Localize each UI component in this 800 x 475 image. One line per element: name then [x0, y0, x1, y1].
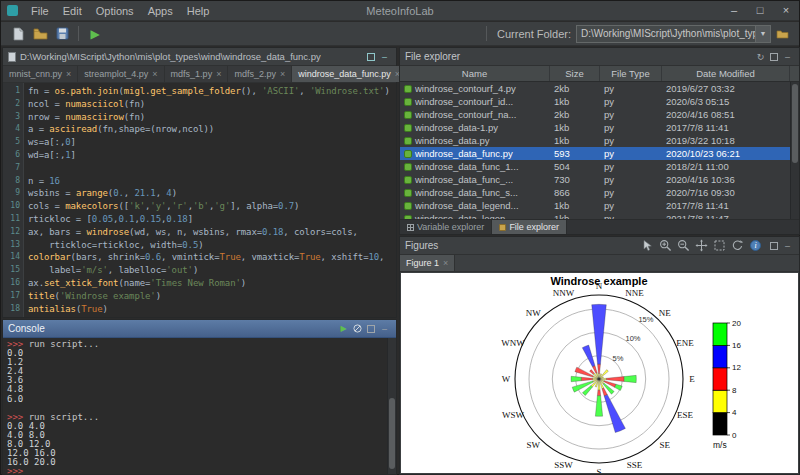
table-row[interactable]: windrose_data_legen...1kbpy2021/7/8 11:4… [400, 212, 790, 219]
bottom-tab-file-explorer[interactable]: File explorer [492, 220, 567, 234]
scrollbar-thumb[interactable] [389, 398, 395, 469]
tab-label: mdfs_2.py [234, 69, 276, 79]
menu-options[interactable]: Options [89, 3, 141, 19]
file-explorer-minimize-icon[interactable]: – [783, 52, 792, 62]
editor-float-icon[interactable] [367, 53, 375, 61]
column-header-file-type[interactable]: File Type [600, 66, 662, 81]
tab-label: windrose_data_func.py [298, 69, 391, 79]
file-type: py [600, 187, 662, 198]
maximize-button[interactable]: □ [747, 1, 773, 20]
editor-tab-windrose-data-func-py[interactable]: windrose_data_func.py× [292, 66, 407, 82]
console-clear-icon[interactable] [353, 324, 362, 334]
svg-text:i: i [754, 241, 756, 250]
menu-edit[interactable]: Edit [56, 3, 89, 19]
file-date: 2017/7/8 11:41 [662, 122, 790, 133]
console-output[interactable]: >>> run script...0.01.22.43.64.86.0 >>> … [3, 338, 387, 474]
table-row[interactable]: windrose_data.py1kbpy2019/3/22 10:18 [400, 134, 790, 147]
figure-canvas[interactable]: NNNENEENEEESESESSESSSWSWWSWWWNWNWNNW5%10… [401, 273, 798, 473]
menu-file[interactable]: File [24, 3, 56, 19]
line-number: 7 [3, 162, 20, 175]
figures-minimize-icon[interactable]: – [783, 241, 792, 251]
zoom-out-icon[interactable] [677, 239, 690, 252]
tab-label: mdfs_1.py [171, 69, 213, 79]
windrose-petal-segment [598, 373, 599, 377]
editor-tab-mdfs-1-py[interactable]: mdfs_1.py× [165, 66, 229, 82]
figure-tab[interactable]: Figure 1 × [400, 255, 455, 271]
code-line: ax, bars = windrose(wd, ws, n, wsbins, r… [28, 226, 396, 239]
python-file-icon [404, 137, 412, 145]
refresh-icon[interactable]: ↻ [756, 52, 765, 62]
windrose-petal-segment [592, 378, 597, 379]
bottom-tab-variable-explorer[interactable]: Variable explorer [400, 220, 492, 234]
menu-help[interactable]: Help [180, 3, 217, 19]
current-folder-combobox[interactable]: D:\Working\MIScript\Jython\mis\plot_type… [576, 25, 771, 43]
console-command: run script... [29, 339, 99, 349]
close-button[interactable]: × [773, 1, 799, 20]
console-minimize-icon[interactable]: – [380, 324, 389, 334]
table-row[interactable]: windrose_contourf_4.py2kbpy2019/6/27 03:… [400, 82, 790, 95]
pan-icon[interactable] [695, 239, 708, 252]
rotate-icon[interactable] [731, 239, 744, 252]
close-figure-icon[interactable]: × [443, 258, 448, 268]
info-icon[interactable]: i [749, 239, 762, 252]
table-row[interactable]: windrose_contourf_id...1kbpy2020/6/3 05:… [400, 95, 790, 108]
code-line: rtickloc=rtickloc, width=0.5) [28, 239, 396, 252]
colorbar-tick-label: 4 [732, 408, 737, 417]
code-area[interactable]: fn = os.path.join(migl.get_sample_folder… [24, 83, 396, 317]
table-row[interactable]: windrose_data_func.py593py2020/10/23 06:… [400, 147, 790, 160]
file-type: py [600, 213, 662, 219]
close-tab-icon[interactable]: × [280, 69, 285, 79]
console-run-icon[interactable]: ▶ [339, 324, 348, 334]
dropdown-arrow-icon[interactable]: ▼ [755, 26, 770, 42]
zoom-in-icon[interactable] [659, 239, 672, 252]
code-line: rtickloc = [0.05,0.1,0.15,0.18] [28, 213, 396, 226]
column-header-name[interactable]: Name [400, 66, 550, 81]
file-explorer-chrome: ↻ – [756, 52, 794, 62]
file-date: 2020/6/3 05:15 [662, 96, 790, 107]
toolbar-separ ator [486, 26, 487, 41]
new-script-icon[interactable] [9, 25, 27, 43]
table-row[interactable]: windrose_data_func_s...866py2020/7/16 09… [400, 186, 790, 199]
close-tab-icon[interactable]: × [216, 69, 221, 79]
table-row[interactable]: windrose_data_func_1...504py2018/2/1 11:… [400, 160, 790, 173]
scrollbar-thumb[interactable] [792, 84, 798, 163]
table-row[interactable]: windrose_data_func_...730py2020/4/16 10:… [400, 173, 790, 186]
editor-tab-mdfs-2-py[interactable]: mdfs_2.py× [228, 66, 292, 82]
open-file-icon[interactable] [31, 25, 49, 43]
run-script-icon[interactable]: ▶ [86, 25, 104, 43]
file-explorer-float-icon[interactable] [770, 53, 778, 61]
console-scrollbar[interactable] [387, 338, 396, 474]
editor-minimize-icon[interactable]: – [380, 52, 389, 62]
colorbar-segment [713, 345, 727, 367]
window-controls: – □ × [721, 1, 799, 20]
line-number: 9 [3, 187, 20, 200]
file-table-scrollbar[interactable] [790, 82, 799, 219]
select-arrow-icon[interactable] [641, 239, 654, 252]
code-editor[interactable]: 123456789101112131415161718 fn = os.path… [3, 83, 396, 317]
column-header-date-modified[interactable]: Date Modified [662, 66, 790, 81]
table-row[interactable]: windrose_data_legend...1kbpy2017/7/8 11:… [400, 199, 790, 212]
minimize-button[interactable]: – [721, 1, 747, 20]
close-tab-icon[interactable]: × [152, 69, 157, 79]
figures-float-icon[interactable] [770, 242, 778, 250]
column-header-size[interactable]: Size [550, 66, 600, 81]
file-date: 2018/2/1 11:00 [662, 161, 790, 172]
table-row[interactable]: windrose_contourf_na...2kbpy2020/4/16 08… [400, 108, 790, 121]
direction-label: NNE [625, 288, 644, 298]
console-float-icon[interactable] [367, 325, 375, 333]
menu-apps[interactable]: Apps [141, 3, 180, 19]
python-file-icon [404, 124, 412, 132]
save-icon[interactable] [53, 25, 71, 43]
windrose-petal-segment [598, 364, 601, 373]
line-number: 12 [3, 226, 20, 239]
full-extent-icon[interactable] [713, 239, 726, 252]
editor-tab-mnist-cnn-py[interactable]: mnist_cnn.py× [3, 66, 78, 82]
file-type: py [600, 174, 662, 185]
figures-panel-chrome: – [770, 241, 794, 251]
close-tab-icon[interactable]: × [66, 69, 71, 79]
editor-tab-streamplot-4-py[interactable]: streamplot_4.py× [78, 66, 164, 82]
python-file-icon [404, 150, 412, 158]
direction-label: SSE [627, 460, 643, 470]
table-row[interactable]: windrose_data-1.py1kbpy2017/7/8 11:41 [400, 121, 790, 134]
browse-folder-icon[interactable] [773, 25, 791, 43]
